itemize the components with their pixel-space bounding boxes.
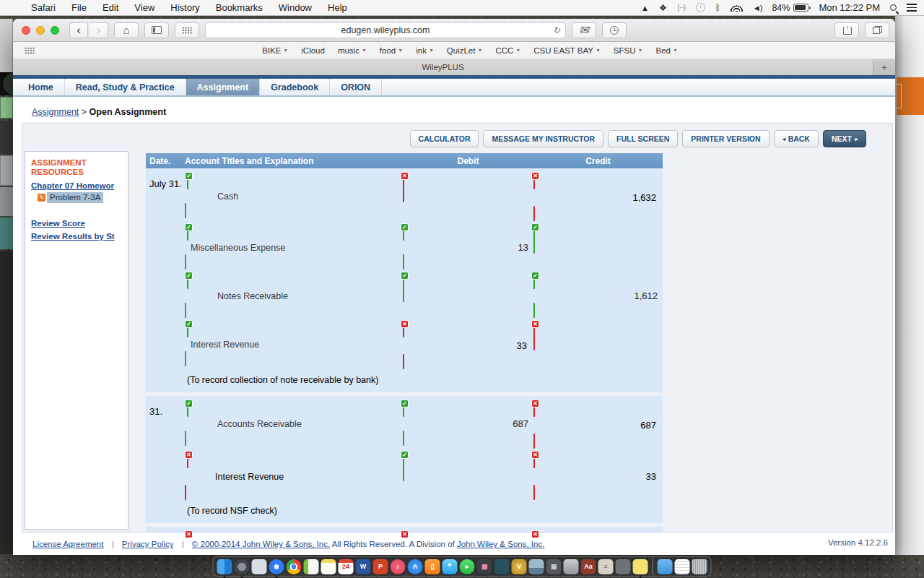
menu-clock[interactable]: Mon 12:22 PM [819, 2, 880, 13]
privacy-policy-link[interactable]: Privacy Policy [122, 540, 174, 548]
sidebar-review-link[interactable]: Review Results by St [31, 232, 128, 241]
menu-item[interactable]: Window [271, 2, 320, 13]
dock-icon-launchpad[interactable] [235, 559, 250, 574]
credit-input[interactable]: 33 [533, 453, 663, 500]
dock-icon-stickies[interactable] [633, 559, 648, 574]
menu-item[interactable]: View [126, 2, 162, 13]
menu-item[interactable]: Edit [95, 2, 126, 13]
credit-input[interactable]: 1,612 [533, 274, 663, 318]
debit-input[interactable]: 33 [403, 322, 533, 369]
dock-icon-messages[interactable]: ❞ [443, 559, 458, 574]
menu-item[interactable]: Bookmarks [208, 2, 271, 13]
bookmark-item[interactable]: CSU EAST BAY ▼ [533, 46, 601, 55]
dock-icon-powerpoint[interactable]: P [373, 559, 388, 574]
menu-item[interactable]: Help [320, 2, 355, 13]
account-title-select[interactable]: Miscellaneous Expense [185, 225, 403, 269]
dock-icon-photos-app[interactable]: ▦ [477, 559, 492, 574]
bookmark-item[interactable]: iCloud ▼ [301, 46, 325, 55]
site-tab[interactable]: Gradebook [260, 79, 330, 95]
credit-input[interactable]: 1,632 [533, 174, 663, 221]
menu-item[interactable]: File [64, 2, 95, 13]
debit-input[interactable]: 13 [403, 225, 533, 269]
sidebar-toggle-button[interactable] [144, 22, 169, 38]
account-title-select[interactable]: Accounts Receivable [185, 402, 403, 446]
sidebar-chapter-link[interactable]: Chapter 07 Homewor [31, 181, 128, 190]
account-title-select[interactable]: Cash [185, 174, 403, 218]
battery-indicator[interactable]: 84% [772, 3, 808, 13]
close-window-button[interactable] [22, 26, 30, 35]
action-button[interactable]: CALCULATOR [410, 130, 479, 147]
new-tab-button[interactable]: + [873, 59, 895, 75]
account-title-select[interactable]: Notes Receivable [185, 274, 403, 318]
dock-icon-safari[interactable] [269, 559, 284, 574]
site-tab[interactable]: Assignment [186, 79, 261, 95]
top-sites-button[interactable] [175, 22, 199, 38]
spotlight-icon[interactable] [890, 4, 897, 11]
site-tab[interactable]: Home [17, 79, 65, 95]
share-button[interactable] [834, 22, 859, 38]
copyright-link[interactable]: © 2000-2014 John Wiley & Sons, Inc. [192, 540, 330, 548]
credit-input[interactable] [533, 322, 535, 350]
dock-icon-image-capture[interactable]: ▣ [546, 559, 562, 574]
site-tab[interactable]: ORION [330, 79, 382, 95]
bluetooth-icon[interactable]: ᛒ [715, 3, 720, 13]
address-bar[interactable]: edugen.wileyplus.com ↻ [205, 22, 566, 38]
dock-icon-downloads-folder[interactable] [658, 559, 673, 574]
bookmarks-grid-icon[interactable] [25, 47, 35, 54]
debit-input[interactable] [403, 453, 404, 481]
dock-icon-app-store[interactable]: A [408, 559, 423, 574]
menu-item[interactable]: Safari [23, 2, 64, 13]
minimize-window-button[interactable] [36, 26, 45, 35]
dock-icon-vectorworks[interactable]: V [512, 559, 527, 574]
action-button[interactable]: FULL SCREEN [608, 130, 678, 147]
back-button[interactable]: ◂ BACK [774, 130, 819, 147]
dock-icon-textedit[interactable]: ≡ [598, 559, 614, 574]
dock-icon-mail[interactable] [564, 559, 579, 574]
sidebar-review-link[interactable]: Review Score [31, 219, 128, 228]
volume-icon[interactable]: ◄) [753, 4, 762, 12]
bookmark-item[interactable]: food ▼ [380, 46, 403, 55]
license-agreement-link[interactable]: License Agreement [32, 540, 103, 548]
zoom-window-button[interactable] [51, 26, 59, 35]
bookmark-item[interactable]: ink ▼ [416, 46, 434, 55]
dock-icon-documents-stack[interactable] [675, 559, 690, 574]
debit-input[interactable]: 687 [403, 402, 533, 446]
bookmark-item[interactable]: QuizLet ▼ [447, 46, 483, 55]
dock-icon-facetime[interactable]: ▸ [460, 559, 475, 574]
dock-icon-dictionary[interactable]: Aa [581, 559, 596, 574]
menu-item[interactable]: History [162, 2, 207, 13]
notification-center-icon[interactable] [907, 4, 917, 12]
dock-icon-travel-app[interactable] [494, 559, 510, 574]
dock-icon-chrome[interactable] [287, 559, 302, 574]
show-tabs-button[interactable] [865, 22, 889, 38]
bookmark-item[interactable]: CCC ▼ [495, 46, 520, 55]
account-title-select[interactable]: Interest Revenue [185, 453, 403, 500]
credit-input[interactable] [533, 225, 535, 254]
sidebar-problem-item[interactable]: ✎ Problem 7-3A [38, 192, 128, 203]
debit-input[interactable] [403, 274, 404, 302]
action-button[interactable]: PRINTER VERSION [682, 130, 769, 147]
credit-input[interactable]: 687 [533, 402, 663, 449]
wifi-icon[interactable] [731, 4, 743, 12]
browser-tab[interactable]: WileyPLUS [13, 59, 873, 75]
action-button[interactable]: MESSAGE MY INSTRUCTOR [483, 130, 603, 147]
code-brackets-icon[interactable]: ⟨··⟩ [677, 3, 686, 12]
dock-icon-notes[interactable] [321, 559, 336, 574]
dock-icon-finder[interactable] [217, 559, 232, 574]
division-link[interactable]: John Wiley & Sons, Inc. [457, 540, 544, 548]
next-button[interactable]: NEXT ▸ [823, 130, 866, 147]
bookmark-item[interactable]: music ▼ [338, 46, 367, 55]
dock-icon-trash[interactable] [692, 559, 707, 574]
dock-icon-ibooks[interactable]: ▯ [425, 559, 440, 574]
account-title-select[interactable]: Interest Revenue [185, 322, 403, 366]
breadcrumb-assignment-link[interactable]: Assignment [32, 107, 79, 117]
debit-input[interactable] [403, 174, 404, 202]
forward-nav-button[interactable]: › [90, 22, 108, 38]
google-drive-icon[interactable]: ▲ [641, 4, 649, 12]
bookmark-item[interactable]: SFSU ▼ [614, 46, 643, 55]
site-tab[interactable]: Read, Study & Practice [65, 79, 186, 95]
dock-icon-photo[interactable] [529, 559, 544, 574]
dock-icon-calendar[interactable]: 24 [339, 559, 354, 574]
back-nav-button[interactable]: ‹ [69, 22, 88, 38]
dock-icon-reminders[interactable] [304, 559, 319, 574]
